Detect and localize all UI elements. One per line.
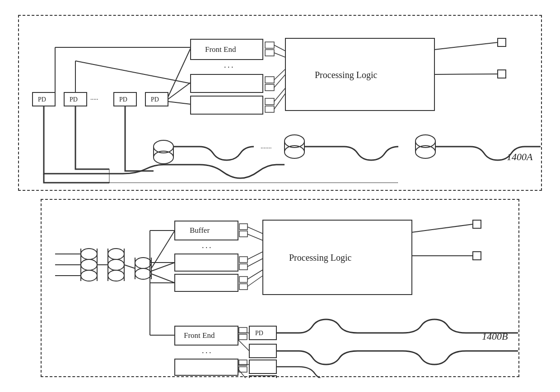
svg-rect-1: [498, 70, 506, 78]
svg-rect-67: [239, 264, 247, 270]
svg-rect-63: [175, 274, 238, 291]
svg-point-84: [108, 270, 124, 281]
svg-rect-117: [239, 327, 247, 333]
svg-line-22: [274, 93, 285, 109]
svg-line-111: [238, 340, 249, 351]
svg-rect-108: [249, 360, 276, 374]
svg-text:·: ·: [205, 348, 208, 357]
svg-text:PD: PD: [38, 96, 46, 103]
svg-rect-16: [265, 106, 274, 112]
svg-rect-118: [239, 334, 247, 340]
svg-line-52: [75, 61, 191, 83]
svg-text:Front End: Front End: [205, 45, 236, 54]
svg-point-85: [135, 258, 151, 268]
svg-point-80: [81, 259, 97, 270]
svg-rect-55: [473, 252, 481, 260]
svg-line-71: [247, 234, 263, 240]
svg-line-72: [247, 252, 263, 259]
svg-rect-15: [265, 98, 274, 105]
processing-logic-text-a: Processing Logic: [315, 70, 377, 80]
svg-rect-11: [265, 42, 274, 48]
svg-line-2: [434, 42, 498, 50]
svg-text:·: ·: [209, 348, 211, 357]
svg-line-96: [151, 263, 175, 271]
svg-line-74: [247, 270, 263, 279]
svg-rect-13: [265, 77, 274, 83]
front-end-text-b: Front End: [184, 331, 215, 340]
svg-text:·: ·: [202, 348, 204, 357]
pd-text-b: PD: [255, 330, 263, 337]
svg-rect-9: [191, 74, 263, 92]
svg-rect-64: [239, 224, 247, 230]
svg-point-82: [108, 249, 124, 259]
svg-line-20: [274, 74, 285, 88]
svg-line-19: [274, 69, 285, 80]
diagram-a-label: 1400A: [507, 151, 533, 162]
svg-text:·: ·: [231, 63, 233, 72]
svg-point-83: [108, 259, 124, 270]
svg-line-3: [434, 74, 498, 74]
svg-rect-66: [239, 257, 247, 263]
svg-line-56: [412, 224, 473, 232]
svg-rect-109: [249, 376, 276, 378]
svg-text:·: ·: [202, 243, 204, 252]
svg-rect-54: [473, 220, 481, 228]
svg-point-79: [81, 249, 97, 259]
svg-line-70: [247, 227, 263, 234]
svg-text:PD: PD: [70, 96, 78, 103]
diagram-a-svg: 1400A Processing Logic Front End · · ·: [19, 16, 543, 192]
svg-rect-68: [239, 277, 247, 282]
svg-rect-105: [175, 359, 238, 375]
svg-rect-69: [239, 284, 247, 290]
svg-text:PD: PD: [151, 96, 159, 103]
svg-rect-62: [175, 254, 238, 271]
svg-line-97: [151, 274, 175, 283]
svg-line-33: [168, 83, 191, 99]
diagram-b: 1400B Processing Logic Buffer · · ·: [41, 199, 519, 377]
svg-line-73: [247, 258, 263, 267]
svg-text:·: ·: [228, 63, 230, 72]
svg-text:PD: PD: [119, 96, 127, 103]
svg-line-21: [274, 88, 285, 101]
svg-rect-107: [249, 344, 276, 358]
processing-logic-text-b: Processing Logic: [289, 253, 351, 263]
svg-line-34: [168, 101, 191, 104]
svg-rect-10: [191, 96, 263, 114]
diagram-a: 1400A Processing Logic Front End · · ·: [18, 15, 542, 191]
svg-line-113: [238, 369, 249, 378]
svg-text:·: ·: [209, 243, 211, 252]
svg-text:·····: ·····: [90, 96, 98, 103]
main-container: 1400A Processing Logic Front End · · ·: [14, 15, 546, 377]
svg-rect-12: [265, 50, 274, 56]
svg-rect-65: [239, 231, 247, 237]
svg-text:·: ·: [224, 63, 226, 72]
buffer-text: Buffer: [190, 226, 210, 235]
diagram-b-svg: 1400B Processing Logic Buffer · · ·: [42, 200, 520, 378]
svg-line-17: [274, 45, 285, 51]
svg-text:·: ·: [205, 243, 208, 252]
svg-point-81: [81, 270, 97, 281]
svg-line-18: [274, 53, 285, 57]
svg-line-32: [168, 48, 191, 97]
svg-rect-14: [265, 84, 274, 91]
svg-rect-0: [498, 38, 506, 46]
svg-point-86: [135, 268, 151, 279]
svg-line-94: [124, 265, 135, 268]
svg-text:·······: ·······: [261, 145, 272, 152]
svg-line-75: [247, 276, 263, 286]
